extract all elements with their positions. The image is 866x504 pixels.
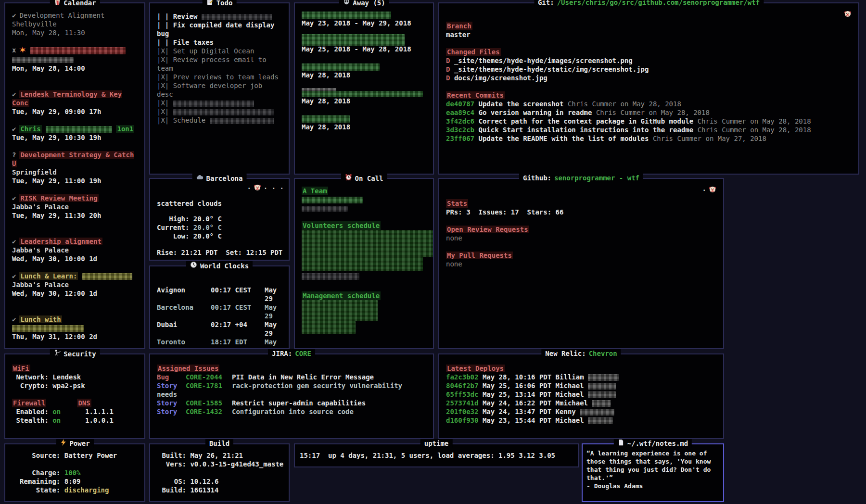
git-changed-header: Changed Files — [446, 48, 501, 56]
away-entry: May 28, 2018 — [302, 62, 426, 88]
uptime-line: 15:17 up 4 days, 21:31, 5 users, load av… — [300, 451, 571, 460]
away-entry: May 28, 2018 — [302, 88, 426, 114]
redacted-text — [30, 47, 126, 54]
calendar-event: ✔Lunch with Thu, May 31, 12:00 2d — [12, 315, 138, 341]
redacted-name — [302, 34, 405, 46]
collision-icon — [19, 47, 26, 55]
notes-panel-title: ~/.wtf/notes.md — [614, 439, 692, 448]
redacted-text — [588, 391, 616, 398]
git-commit: 23ff067 Update the README with the list … — [446, 134, 852, 143]
away-entry: May 23, 2018 - May 29, 2018 — [302, 10, 426, 36]
deploy-row: 201f0e32 May 24, 13:47 PDT Kenny — [446, 407, 716, 416]
away-panel-title: Away (5) — [339, 0, 389, 7]
memo-icon — [206, 0, 214, 7]
cloud-icon — [196, 174, 204, 183]
redacted-block — [302, 230, 433, 257]
security-crypto-row: Crypto: wpa2-psk — [12, 381, 138, 390]
weather-current: Current: 20.0° C — [157, 223, 282, 232]
oncall-panel-title: On Call — [341, 174, 387, 183]
git-commit: 3f42dc6 Correct path for the context pac… — [446, 117, 852, 126]
uptime-panel: uptime 15:17 up 4 days, 21:31, 5 users, … — [294, 443, 579, 467]
notes-line: - Douglas Adams — [586, 482, 716, 490]
todo-item: |X| Review process email to team — [157, 55, 282, 73]
jira-issue: StoryCORE-1432Configuration into source … — [157, 407, 426, 416]
build-panel: Build Built: May 26, 21:21 Vers: v0.0.3-… — [149, 443, 290, 502]
redacted-block — [302, 257, 423, 271]
newrelic-panel-title: New Relic:Chevron — [541, 349, 621, 358]
weather-high: High: 20.0° C — [157, 214, 282, 223]
github-panel: Github:senorprogrammer - wtf · Stats PRs… — [438, 178, 724, 349]
todo-item: |X| — [157, 99, 282, 107]
clock-row: Dubai02:17 +04May 29 — [157, 320, 282, 338]
power-charge-row: Charge: 100% — [20, 468, 138, 477]
git-changed-file: D _site/themes/hyde-hyde/images/screensh… — [446, 56, 852, 65]
redacted-block — [302, 273, 359, 280]
oncall-panel: On Call A Team Volunteers schedule Manag… — [294, 178, 434, 349]
redacted-text — [173, 109, 274, 115]
away-entry: May 25, 2018 - May 28, 2018 — [302, 36, 426, 62]
git-changed-file: D docs/img/screenshot.jpg — [446, 74, 852, 82]
redacted-block — [302, 300, 378, 321]
jira-panel: JIRA:CORE Assigned Issues BugCORE-2044PI… — [149, 353, 434, 439]
todo-item: |X| — [157, 107, 282, 116]
jira-issue: BugCORE-2044PII Data in New Relic Error … — [157, 373, 426, 381]
deploy-row: fa2c3b02 May 28, 10:16 PDT Billiam — [446, 373, 716, 381]
redacted-name — [302, 115, 350, 123]
deploy-row: d160f930 May 23, 15:44 PDT Michael — [446, 416, 716, 425]
security-enabled-row: Enabled: on1.1.1.1 — [12, 407, 138, 416]
build-built-row: Built: May 26, 21:21 — [158, 451, 282, 460]
notes-panel: ~/.wtf/notes.md “A learning experience i… — [582, 443, 724, 502]
github-my-pr-value: none — [446, 260, 716, 268]
build-panel-title: Build — [205, 439, 233, 448]
todo-item: |X| Software developer job desc — [157, 81, 282, 99]
oncall-management-header: Management schedule — [302, 291, 381, 300]
weather-panel-title: Barcelona — [192, 174, 247, 183]
oncall-team-header: A Team — [302, 187, 328, 195]
deploy-row: 2573741d May 24, 16:22 PDT Mmichael — [446, 399, 716, 407]
jira-panel-title: JIRA:CORE — [268, 349, 315, 358]
power-panel-title: Power — [56, 439, 93, 448]
redacted-text — [46, 126, 112, 133]
calendar-event: ✔Lendesk Terminology & Key Conc Tue, May… — [12, 90, 138, 116]
clock-row: Avignon00:17 CESTMay 29 — [157, 286, 282, 303]
page-icon — [618, 439, 624, 448]
redacted-text — [210, 118, 274, 124]
github-stats-header: Stats — [446, 199, 468, 208]
redacted-text — [12, 57, 74, 63]
calendar-event: ?Development Strategy & Catch U Springfi… — [12, 151, 138, 185]
build-number-row: Build: 16G1314 — [158, 486, 282, 494]
alarm-clock-icon — [344, 174, 352, 183]
power-panel: Power Source: Battery Power Charge: 100%… — [4, 443, 145, 502]
git-panel-title: Git:/Users/chris/go/src/github.com/senor… — [534, 0, 764, 7]
security-wifi-header: WiFi — [12, 365, 30, 372]
security-panel-title: Security — [50, 349, 100, 358]
git-branch-value: master — [446, 30, 852, 39]
weather-panel: Barcelona · · · · scattered clouds High:… — [149, 178, 290, 261]
redacted-text — [302, 206, 348, 212]
away-entry: May 28, 2018 — [302, 114, 426, 131]
redacted-text — [302, 197, 363, 203]
redacted-text — [82, 273, 132, 280]
github-my-pr-header: My Pull Requests — [446, 252, 513, 259]
calendar-event: x Mon, May 28, 14:00 — [12, 46, 138, 73]
calendar-event: ✔Development Alignment Shelbyville Mon, … — [12, 11, 138, 37]
uptime-panel-title: uptime — [420, 439, 453, 448]
notes-line: those things that says, 'You know — [586, 457, 716, 466]
notes-line: “A learning experience is one of — [586, 449, 716, 457]
power-source-row: Source: Battery Power — [20, 451, 138, 460]
git-panel: Git:/Users/chris/go/src/github.com/senor… — [438, 2, 859, 175]
calendar-event: ✔Leadership alignment Jabba's Palace Wed… — [12, 237, 138, 263]
security-network-row: Network: Lendesk — [12, 373, 138, 381]
popcorn-icon — [53, 0, 61, 7]
jira-header: Assigned Issues — [157, 365, 219, 372]
newrelic-panel: New Relic:Chevron Latest Deploys fa2c3b0… — [438, 353, 724, 439]
github-open-review-header: Open Review Requests — [446, 226, 529, 233]
lightning-icon — [60, 439, 66, 448]
github-panel-title: Github:senorprogrammer - wtf — [519, 174, 643, 182]
github-open-review-value: none — [446, 234, 716, 242]
git-commit: 3d3c2cb Quick Start installation instruc… — [446, 126, 852, 134]
notes-line: that thing you just did? Don't do — [586, 466, 716, 474]
todo-item: |X| Schedule — [157, 116, 282, 125]
security-stealth-row: Stealth: on1.0.0.1 — [12, 416, 138, 425]
redacted-text — [202, 14, 272, 20]
